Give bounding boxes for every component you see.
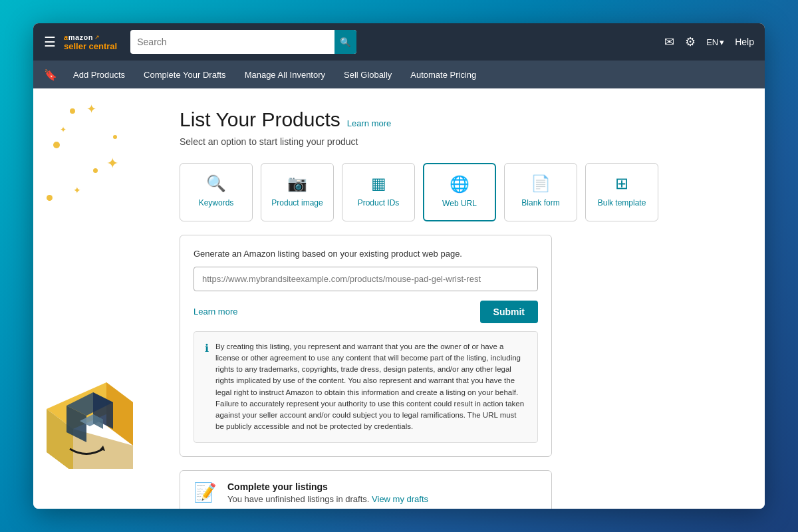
search-icon: 🔍 <box>340 37 351 47</box>
keywords-label: Keywords <box>199 198 234 209</box>
deco-dot <box>113 135 117 139</box>
search-bar: 🔍 <box>130 30 356 54</box>
secondary-nav: 🔖 Add ProductsComplete Your DraftsManage… <box>33 61 765 88</box>
option-card-bulk-template[interactable]: ⊞Bulk template <box>585 163 658 221</box>
topbar-right: ✉ ⚙ EN ▾ Help <box>664 35 754 49</box>
product-image-label: Product image <box>271 198 323 209</box>
url-footer: Learn more Submit <box>194 301 538 323</box>
option-card-blank-form[interactable]: 📄Blank form <box>504 163 577 221</box>
option-card-keywords[interactable]: 🔍Keywords <box>180 163 253 221</box>
submit-button[interactable]: Submit <box>480 301 538 323</box>
nav-item-add-products[interactable]: Add Products <box>65 67 133 82</box>
deco-dot <box>93 168 98 173</box>
chevron-down-icon: ▾ <box>720 37 724 47</box>
decoration-panel: ✦ ✦ ✦ ✦ <box>33 88 166 509</box>
logo-amazon-text: amazon <box>64 33 93 41</box>
disclaimer-text: By creating this listing, you represent … <box>215 341 527 433</box>
web-url-icon: 🌐 <box>450 175 469 194</box>
topbar: ☰ amazon ↗ seller central 🔍 ✉ ⚙ EN ▾ Hel… <box>33 23 765 61</box>
deco-star: ✦ <box>86 102 96 116</box>
nav-items: Add ProductsComplete Your DraftsManage A… <box>65 67 484 82</box>
disclaimer-box: ℹ By creating this listing, you represen… <box>194 331 538 443</box>
deco-dot <box>47 195 53 201</box>
edit-document-icon: 📝 <box>194 481 217 503</box>
url-description: Generate an Amazon listing based on your… <box>194 249 538 259</box>
logo: amazon ↗ seller central <box>64 33 117 51</box>
view-drafts-link[interactable]: View my drafts <box>372 494 428 504</box>
nav-item-complete-drafts[interactable]: Complete Your Drafts <box>136 67 234 82</box>
url-input[interactable] <box>194 267 538 291</box>
option-cards: 🔍Keywords📷Product image▦Product IDs🌐Web … <box>180 163 745 221</box>
web-url-label: Web URL <box>442 199 477 209</box>
product-ids-label: Product IDs <box>358 198 400 209</box>
bulk-template-icon: ⊞ <box>615 174 628 193</box>
language-selector[interactable]: EN ▾ <box>706 37 724 47</box>
bookmark-icon: 🔖 <box>44 68 57 81</box>
amazon-box-illustration <box>33 342 140 469</box>
product-ids-icon: ▦ <box>371 174 386 193</box>
title-learn-more-link[interactable]: Learn more <box>347 118 391 128</box>
blank-form-label: Blank form <box>521 198 559 209</box>
deco-star: ✦ <box>60 125 66 134</box>
hamburger-icon[interactable]: ☰ <box>44 34 56 50</box>
page-subtitle: Select an option to start listing your p… <box>180 136 745 147</box>
deco-dot <box>70 108 75 114</box>
banner-title: Complete your listings <box>227 481 428 492</box>
mail-icon[interactable]: ✉ <box>664 35 674 49</box>
url-learn-more-link[interactable]: Learn more <box>194 307 237 317</box>
nav-item-sell-globally[interactable]: Sell Globally <box>336 67 400 82</box>
logo-arrow-icon: ↗ <box>94 34 100 41</box>
page-title: List Your Products <box>180 108 340 131</box>
keywords-icon: 🔍 <box>206 174 226 193</box>
blank-form-icon: 📄 <box>531 174 551 193</box>
option-card-product-image[interactable]: 📷Product image <box>261 163 334 221</box>
settings-icon[interactable]: ⚙ <box>685 35 696 49</box>
option-card-web-url[interactable]: 🌐Web URL <box>423 163 496 221</box>
search-button[interactable]: 🔍 <box>334 30 356 54</box>
complete-listings-banner: 📝 Complete your listings You have unfini… <box>180 470 552 509</box>
product-image-icon: 📷 <box>287 174 307 193</box>
bulk-template-label: Bulk template <box>598 198 646 209</box>
deco-star: ✦ <box>73 185 81 196</box>
search-input[interactable] <box>137 37 334 47</box>
nav-item-manage-inventory[interactable]: Manage All Inventory <box>237 67 333 82</box>
nav-item-automate-pricing[interactable]: Automate Pricing <box>402 67 484 82</box>
help-link[interactable]: Help <box>735 37 754 47</box>
url-section: Generate an Amazon listing based on your… <box>180 235 552 457</box>
info-icon: ℹ <box>205 342 209 354</box>
logo-seller-text: seller central <box>64 41 117 51</box>
deco-star: ✦ <box>106 155 118 172</box>
content-area: List Your Products Learn more Select an … <box>166 88 765 509</box>
option-card-product-ids[interactable]: ▦Product IDs <box>342 163 415 221</box>
banner-text: Complete your listings You have unfinish… <box>227 481 428 504</box>
page-title-row: List Your Products Learn more <box>180 108 745 131</box>
deco-dot <box>53 142 60 148</box>
banner-subtitle: You have unfinished listings in drafts. … <box>227 494 428 504</box>
main-content: ✦ ✦ ✦ ✦ <box>33 88 765 509</box>
